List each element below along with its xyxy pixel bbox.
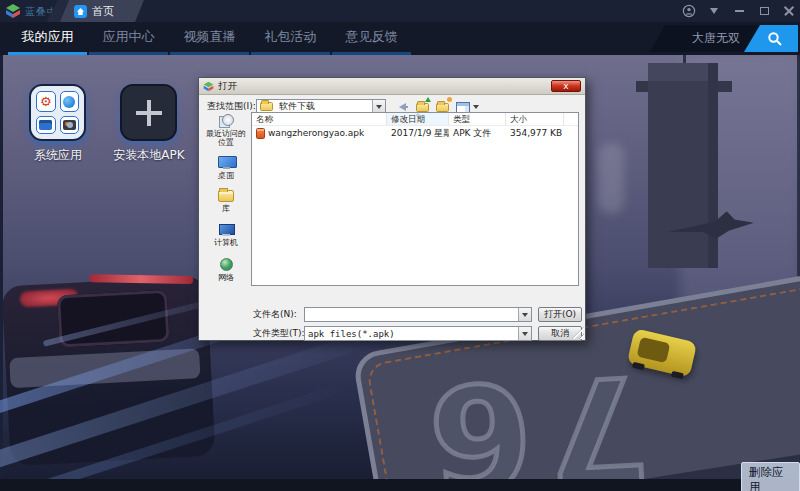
file-row[interactable]: wangzherongyao.apk 2017/1/9 星期一 ... APK … — [252, 126, 578, 140]
apk-file-icon — [256, 128, 265, 139]
bluestacks-logo-icon — [5, 3, 21, 19]
maximize-button[interactable] — [757, 4, 771, 18]
browser-globe-icon — [60, 91, 80, 112]
file-list: 名称 修改日期 类型 大小 wangzherongyao.apk 2017/1/… — [251, 112, 579, 286]
place-recent[interactable]: 最近访问的位置 — [203, 114, 249, 147]
file-type-dropdown-icon[interactable] — [518, 327, 531, 340]
dialog-close-button[interactable]: x — [551, 80, 581, 92]
dialog-title: 打开 — [218, 80, 237, 93]
file-name-dropdown-icon[interactable] — [518, 308, 531, 321]
file-name: wangzherongyao.apk — [268, 128, 364, 138]
computer-icon — [218, 224, 234, 236]
tab-home[interactable]: 首页 — [60, 0, 144, 22]
background-carrier-tower — [648, 63, 718, 268]
tail-light-bar — [89, 274, 193, 284]
search-button[interactable] — [744, 25, 798, 52]
nav-bar: 我的应用 应用中心 视频直播 礼包活动 意见反馈 大唐无双 — [0, 22, 800, 55]
place-network[interactable]: 网络 — [203, 258, 249, 282]
folder-icon — [260, 102, 273, 111]
file-type-combobox[interactable]: apk files(*.apk) — [304, 326, 532, 341]
background-smoke — [598, 143, 624, 213]
file-size: 354,977 KB — [506, 128, 564, 138]
column-size[interactable]: 大小 — [506, 113, 564, 125]
file-list-header: 名称 修改日期 类型 大小 — [252, 113, 578, 126]
dialog-title-bar[interactable]: 打开 x — [199, 78, 585, 95]
libraries-icon — [218, 190, 234, 202]
places-bar: 最近访问的位置 桌面 库 计算机 网络 — [203, 112, 249, 286]
title-bar: 蓝叠中国 首页 — [0, 0, 800, 22]
nav-tab-my-apps[interactable]: 我的应用 — [8, 22, 87, 55]
dialog-app-icon — [203, 81, 214, 92]
file-date: 2017/1/9 星期一 ... — [387, 127, 449, 140]
plus-icon — [136, 100, 162, 126]
delete-app-button[interactable]: 删除应用 — [741, 462, 800, 491]
home-icon — [74, 5, 87, 18]
close-button[interactable] — [782, 4, 796, 18]
place-computer[interactable]: 计算机 — [203, 224, 249, 247]
tab-home-label: 首页 — [92, 4, 114, 19]
menu-dropdown-icon[interactable] — [707, 4, 721, 18]
column-date-modified[interactable]: 修改日期 — [387, 113, 449, 125]
background-bottom-edge — [0, 479, 800, 491]
search-bar[interactable]: 大唐无双 — [650, 25, 798, 52]
place-desktop[interactable]: 桌面 — [203, 156, 249, 180]
column-name[interactable]: 名称 — [252, 113, 387, 125]
open-button[interactable]: 打开(O) — [538, 307, 582, 322]
view-menu-dropdown-icon[interactable] — [473, 105, 479, 109]
place-libraries[interactable]: 库 — [203, 190, 249, 213]
app-icon-system-apps[interactable]: ⚙ — [29, 84, 86, 141]
app-icon-install-apk[interactable] — [120, 84, 177, 141]
window-app-icon — [36, 116, 56, 134]
file-type-value: apk files(*.apk) — [305, 329, 518, 339]
column-type[interactable]: 类型 — [449, 113, 506, 125]
account-icon[interactable] — [682, 4, 696, 18]
nav-tab-video-live[interactable]: 视频直播 — [170, 22, 249, 55]
deck-number: 76 — [411, 342, 654, 491]
search-input[interactable]: 大唐无双 — [650, 30, 744, 47]
nav-tab-app-center[interactable]: 应用中心 — [89, 22, 168, 55]
search-icon — [767, 31, 783, 47]
minimize-button[interactable] — [732, 4, 746, 18]
network-icon — [220, 258, 233, 271]
file-name-input[interactable] — [304, 307, 532, 322]
emulator-window: 蓝叠中国 首页 我的应用 应用中心 视频直播 礼包活动 意见反馈 — [0, 0, 800, 491]
settings-gear-icon: ⚙ — [36, 91, 56, 112]
file-name-label: 文件名(N): — [253, 307, 297, 322]
app-label-install-apk: 安装本地APK — [104, 147, 194, 164]
nav-tab-gift-events[interactable]: 礼包活动 — [251, 22, 330, 55]
recent-places-icon — [219, 114, 234, 127]
app-label-system-apps: 系统应用 — [13, 147, 103, 164]
file-type-label: 文件类型(T): — [253, 326, 305, 341]
open-file-dialog: 打开 x 查找范围(I): 软件下载 最近访问的位置 — [198, 77, 586, 341]
nav-tab-feedback[interactable]: 意见反馈 — [332, 22, 411, 55]
file-type: APK 文件 — [449, 127, 506, 140]
camera-icon — [60, 116, 80, 134]
desktop-icon — [218, 156, 235, 169]
